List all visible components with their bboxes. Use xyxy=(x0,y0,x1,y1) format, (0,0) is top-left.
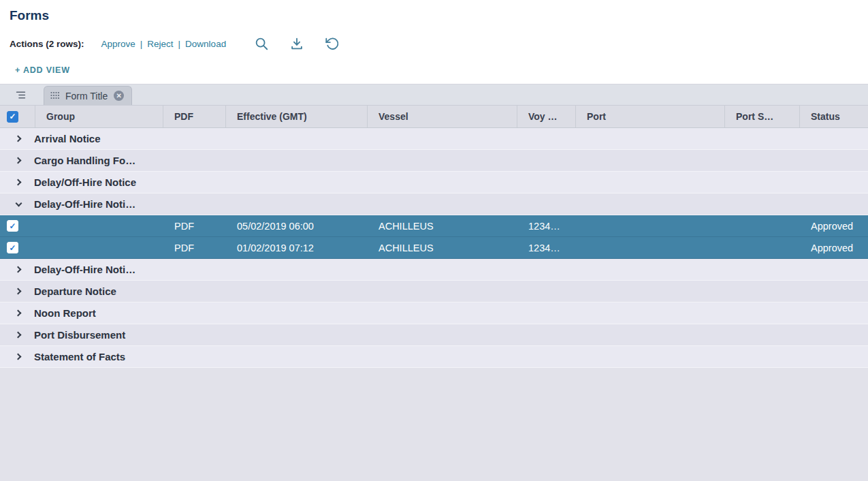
page-title: Forms xyxy=(10,8,868,23)
cell-port xyxy=(576,237,725,258)
action-download-link[interactable]: Download xyxy=(185,39,226,49)
group-chip-label: Form Title xyxy=(65,91,108,102)
group-row[interactable]: Delay-Off-Hire Noti… xyxy=(0,193,868,215)
column-header-voyage[interactable]: Voy … xyxy=(517,106,576,127)
drag-handle-icon[interactable] xyxy=(50,90,59,102)
row-select-cell: ✓ xyxy=(0,237,35,258)
actions-row: Actions (2 rows): Approve|Reject|Downloa… xyxy=(10,34,868,53)
top-bar: Forms Actions (2 rows): Approve|Reject|D… xyxy=(0,0,868,84)
cell-status: Approved xyxy=(800,237,868,258)
chevron-down-icon[interactable] xyxy=(14,200,23,209)
cell-vessel: ACHILLEUS xyxy=(368,215,517,236)
cell-pdf: PDF xyxy=(163,237,226,258)
column-header-port-status[interactable]: Port S… xyxy=(725,106,800,127)
cell-group xyxy=(35,237,163,258)
chevron-right-icon[interactable] xyxy=(14,156,23,166)
check-icon: ✓ xyxy=(9,112,16,121)
add-view-button[interactable]: + ADD VIEW xyxy=(15,65,70,75)
chevron-right-icon[interactable] xyxy=(14,309,23,318)
download-icon xyxy=(289,36,304,51)
group-label: Noon Report xyxy=(34,307,96,319)
cell-effective: 05/02/2019 06:00 xyxy=(226,215,368,236)
search-button[interactable] xyxy=(253,35,270,52)
forms-grid: Form Title ✕ ✓ Group PDF Effective (GMT)… xyxy=(0,84,868,481)
undo-button[interactable] xyxy=(323,35,341,52)
undo-icon xyxy=(325,36,340,51)
group-row[interactable]: Cargo Handling Fo… xyxy=(0,150,868,172)
chevron-right-icon[interactable] xyxy=(14,265,23,275)
column-header-group[interactable]: Group xyxy=(35,106,163,127)
cell-group xyxy=(35,215,163,236)
search-icon xyxy=(254,36,269,51)
cell-status: Approved xyxy=(800,215,868,236)
group-row[interactable]: Statement of Facts xyxy=(0,346,868,368)
table-row[interactable]: ✓PDF01/02/2019 07:12ACHILLEUS1234…Approv… xyxy=(0,237,868,259)
chevron-right-icon[interactable] xyxy=(14,178,23,187)
select-all-checkbox[interactable]: ✓ xyxy=(7,111,18,123)
chevron-right-icon[interactable] xyxy=(14,352,23,362)
group-row[interactable]: Delay-Off-Hire Noti… xyxy=(0,259,868,281)
group-row[interactable]: Arrival Notice xyxy=(0,128,868,150)
group-row[interactable]: Delay/Off-Hire Notice xyxy=(0,172,868,193)
group-row[interactable]: Noon Report xyxy=(0,302,868,324)
row-checkbox[interactable]: ✓ xyxy=(7,242,18,253)
select-all-cell: ✓ xyxy=(0,106,35,127)
chevron-right-icon[interactable] xyxy=(14,330,23,340)
column-header-port[interactable]: Port xyxy=(576,106,725,127)
row-select-cell: ✓ xyxy=(0,215,35,236)
action-reject-link[interactable]: Reject xyxy=(147,39,173,49)
cell-port xyxy=(576,215,725,236)
cell-pdf: PDF xyxy=(163,215,226,236)
cell-voyage: 1234… xyxy=(517,237,576,258)
column-header-status[interactable]: Status xyxy=(800,106,868,127)
toolbar-icons xyxy=(253,35,341,52)
group-label: Delay-Off-Hire Noti… xyxy=(34,198,135,210)
table-header-row: ✓ Group PDF Effective (GMT) Vessel Voy …… xyxy=(0,106,868,128)
cell-port-status xyxy=(725,237,800,258)
column-header-vessel[interactable]: Vessel xyxy=(368,106,517,127)
cell-vessel: ACHILLEUS xyxy=(368,237,517,258)
chevron-right-icon[interactable] xyxy=(14,134,23,144)
group-label: Delay-Off-Hire Noti… xyxy=(34,264,135,275)
group-label: Port Disbursement xyxy=(34,329,125,341)
group-label: Cargo Handling Fo… xyxy=(34,155,135,166)
group-chip-form-title[interactable]: Form Title ✕ xyxy=(44,86,132,105)
table-body: Arrival NoticeCargo Handling Fo…Delay/Of… xyxy=(0,128,868,368)
group-row[interactable]: Departure Notice xyxy=(0,281,868,302)
cell-voyage: 1234… xyxy=(517,215,576,236)
chip-close-icon[interactable]: ✕ xyxy=(114,91,124,101)
table-row[interactable]: ✓PDF05/02/2019 06:00ACHILLEUS1234…Approv… xyxy=(0,215,868,237)
group-by-bar: Form Title ✕ xyxy=(0,84,868,106)
group-label: Arrival Notice xyxy=(34,133,101,144)
column-header-pdf[interactable]: PDF xyxy=(163,106,226,127)
action-links: Approve|Reject|Download xyxy=(97,39,231,49)
row-checkbox[interactable]: ✓ xyxy=(7,220,18,232)
group-label: Statement of Facts xyxy=(34,351,125,362)
group-by-icon[interactable] xyxy=(15,89,27,104)
group-row[interactable]: Port Disbursement xyxy=(0,324,868,346)
cell-port-status xyxy=(725,215,800,236)
cell-effective: 01/02/2019 07:12 xyxy=(226,237,368,258)
actions-label: Actions (2 rows): xyxy=(10,39,84,49)
action-approve-link[interactable]: Approve xyxy=(101,39,135,49)
group-label: Delay/Off-Hire Notice xyxy=(34,176,136,188)
action-separator: | xyxy=(140,39,143,49)
group-label: Departure Notice xyxy=(34,285,116,297)
column-header-effective[interactable]: Effective (GMT) xyxy=(226,106,368,127)
chevron-right-icon[interactable] xyxy=(14,287,23,296)
download-button[interactable] xyxy=(288,35,306,52)
action-separator: | xyxy=(178,39,181,49)
